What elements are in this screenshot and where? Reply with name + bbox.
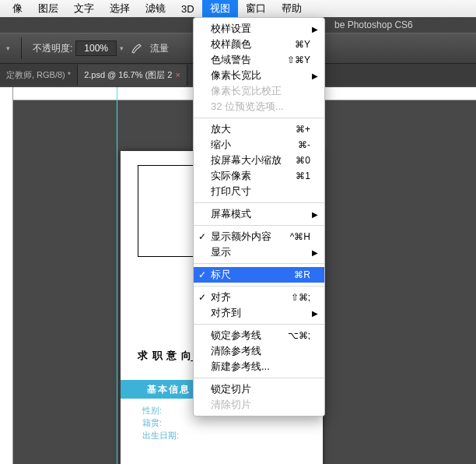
menu-滤镜[interactable]: 滤镜 xyxy=(138,0,173,18)
field-gender: 性别: xyxy=(142,405,162,417)
menu-item-label: 锁定参考线 xyxy=(211,329,288,343)
menu-item-label: 按屏幕大小缩放 xyxy=(211,153,296,167)
menu-item-显示[interactable]: 显示▶ xyxy=(194,244,324,260)
menu-item-label: 像素长宽比 xyxy=(211,69,310,83)
menu-item-实际像素[interactable]: 实际像素⌘1 xyxy=(194,168,324,184)
shortcut: ⌥⌘; xyxy=(288,330,310,341)
shortcut: ⇧⌘; xyxy=(291,292,310,303)
menu-像[interactable]: 像 xyxy=(5,0,30,18)
check-icon: ✓ xyxy=(198,269,206,280)
menu-视图[interactable]: 视图 xyxy=(202,0,238,18)
menu-item-label: 屏幕模式 xyxy=(211,207,310,221)
flow-label: 流量 xyxy=(150,42,169,55)
menu-item-像素长宽比[interactable]: 像素长宽比▶ xyxy=(194,68,324,83)
menu-item-新建参考线...[interactable]: 新建参考线... xyxy=(194,359,324,374)
menubar: 像图层文字选择滤镜3D视图窗口帮助 xyxy=(0,0,476,17)
menu-item-label: 显示额外内容 xyxy=(211,230,290,244)
doc-tab[interactable]: 定教师, RGB/8) * xyxy=(0,65,78,86)
menu-item-label: 清除参考线 xyxy=(211,344,310,358)
menu-item-屏幕模式[interactable]: 屏幕模式▶ xyxy=(194,206,324,222)
menu-item-label: 32 位预览选项... xyxy=(211,100,310,114)
menu-item-label: 对齐 xyxy=(211,290,291,304)
view-menu-dropdown: 校样设置▶校样颜色⌘Y色域警告⇧⌘Y像素长宽比▶像素长宽比校正32 位预览选项.… xyxy=(193,17,325,417)
shortcut: ⇧⌘Y xyxy=(287,54,310,65)
menu-item-校样颜色[interactable]: 校样颜色⌘Y xyxy=(194,37,324,52)
close-icon[interactable]: × xyxy=(175,70,180,79)
menu-item-放大[interactable]: 放大⌘+ xyxy=(194,121,324,137)
ruler-vertical xyxy=(0,87,13,464)
menu-item-label: 新建参考线... xyxy=(211,360,310,374)
opacity-label: 不透明度: xyxy=(33,42,72,55)
menu-item-缩小[interactable]: 缩小⌘- xyxy=(194,137,324,153)
menu-选择[interactable]: 选择 xyxy=(102,0,138,18)
menu-item-色域警告[interactable]: 色域警告⇧⌘Y xyxy=(194,52,324,68)
shortcut: ^⌘H xyxy=(290,231,310,242)
menu-item-显示额外内容[interactable]: ✓显示额外内容^⌘H xyxy=(194,229,324,244)
menu-item-label: 色域警告 xyxy=(211,53,287,67)
menu-item-对齐到[interactable]: 对齐到▶ xyxy=(194,305,324,321)
submenu-arrow-icon: ▶ xyxy=(312,248,318,257)
field-birthdate: 出生日期: xyxy=(142,430,179,441)
section-label: 基本信息 xyxy=(147,383,191,396)
menu-item-label: 标尺 xyxy=(211,268,294,282)
shortcut: ⌘R xyxy=(294,269,310,280)
menu-item-label: 校样颜色 xyxy=(211,37,295,51)
menu-item-label: 清除切片 xyxy=(211,398,310,412)
menu-item-label: 对齐到 xyxy=(211,306,310,320)
submenu-arrow-icon: ▶ xyxy=(312,309,318,318)
menu-item-label: 显示 xyxy=(211,245,310,259)
brush-icon[interactable] xyxy=(130,41,144,55)
menu-item-label: 打印尺寸 xyxy=(211,185,310,199)
menu-item-像素长宽比校正: 像素长宽比校正 xyxy=(194,83,324,99)
menu-item-label: 实际像素 xyxy=(211,169,296,183)
field-origin: 籍贯: xyxy=(142,417,162,429)
shortcut: ⌘+ xyxy=(296,124,310,135)
opacity-chev[interactable]: ▾ xyxy=(120,44,124,52)
menu-item-锁定参考线[interactable]: 锁定参考线⌥⌘; xyxy=(194,328,324,343)
shortcut: ⌘Y xyxy=(295,39,310,50)
tool-preset-chev[interactable]: ▾ xyxy=(6,44,10,52)
menu-帮助[interactable]: 帮助 xyxy=(274,0,310,18)
menu-item-label: 锁定切片 xyxy=(211,382,310,396)
menu-item-清除参考线[interactable]: 清除参考线 xyxy=(194,343,324,359)
menu-文字[interactable]: 文字 xyxy=(66,0,102,18)
menu-3D[interactable]: 3D xyxy=(173,1,202,17)
submenu-arrow-icon: ▶ xyxy=(312,210,318,219)
menu-item-清除切片: 清除切片 xyxy=(194,397,324,413)
menu-item-label: 缩小 xyxy=(211,138,298,152)
submenu-arrow-icon: ▶ xyxy=(312,25,318,33)
check-icon: ✓ xyxy=(198,231,206,242)
opacity-field[interactable]: 100% xyxy=(75,40,117,56)
shortcut: ⌘1 xyxy=(296,170,310,181)
menu-item-校样设置[interactable]: 校样设置▶ xyxy=(194,21,324,37)
doc-tab[interactable]: 2.psd @ 16.7% (图层 2× xyxy=(78,65,187,86)
menu-item-按屏幕大小缩放[interactable]: 按屏幕大小缩放⌘0 xyxy=(194,153,324,168)
shortcut: ⌘- xyxy=(298,139,310,150)
menu-图层[interactable]: 图层 xyxy=(30,0,66,18)
shortcut: ⌘0 xyxy=(296,155,310,166)
menu-item-label: 像素长宽比校正 xyxy=(211,84,310,98)
menu-item-32 位预览选项...: 32 位预览选项... xyxy=(194,99,324,114)
menu-item-label: 校样设置 xyxy=(211,22,310,36)
menu-item-锁定切片[interactable]: 锁定切片 xyxy=(194,381,324,397)
menu-item-label: 放大 xyxy=(211,122,296,136)
menu-item-对齐[interactable]: ✓对齐⇧⌘; xyxy=(194,290,324,305)
submenu-arrow-icon: ▶ xyxy=(312,72,318,80)
menu-窗口[interactable]: 窗口 xyxy=(238,0,274,18)
guide-vertical[interactable] xyxy=(117,87,117,464)
check-icon: ✓ xyxy=(198,292,206,303)
menu-item-打印尺寸[interactable]: 打印尺寸 xyxy=(194,184,324,199)
menu-item-标尺[interactable]: ✓标尺⌘R xyxy=(194,267,324,283)
